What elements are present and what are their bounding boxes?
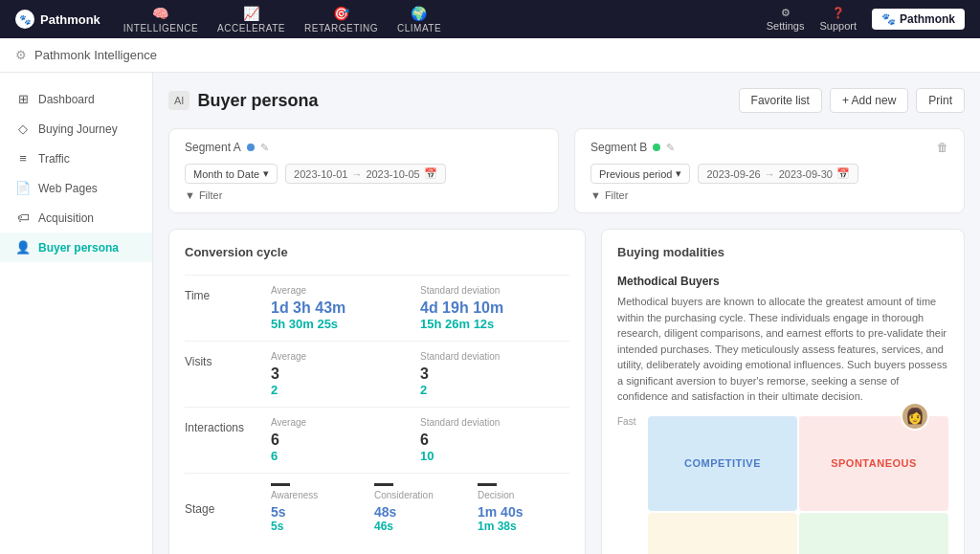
sidebar-item-dashboard[interactable]: ⊞ Dashboard [0,84,152,114]
methodical-quadrant: METHODICAL 👨 [648,513,797,555]
visits-row: Visits Average 3 2 Standard deviation 3 … [185,341,569,407]
sidebar-item-label: Buyer persona [38,241,119,255]
spontaneous-label: SPONTANEOUS [831,457,917,469]
time-label: Time [185,285,271,302]
time-std-col: Standard deviation 4d 19h 10m 15h 26m 12… [420,285,569,331]
support-nav-item[interactable]: ❓ Support [819,7,857,32]
consideration-primary: 48s [374,504,466,520]
visits-avg-primary: 3 [271,366,420,383]
segment-a-dot [247,144,255,151]
brand-button[interactable]: 🐾 Pathmonk [872,9,965,30]
segment-b-dot [653,144,660,151]
sidebar-item-label: Dashboard [38,93,95,106]
sidebar-item-buying-journey[interactable]: ◇ Buying Journey [0,114,152,144]
print-button[interactable]: Print [916,88,965,113]
visits-std-primary: 3 [420,366,569,383]
stage-cols: Awareness 5s 5s Consideration 48s 46s [271,483,569,533]
buying-modalities-title: Buying modalities [617,245,948,259]
favorite-list-button[interactable]: Favorite list [739,88,822,113]
modality-description: Methodical buyers are known to allocate … [617,294,948,405]
page-actions: Favorite list + Add new Print [739,88,965,113]
segment-a-edit-icon[interactable]: ✎ [260,142,269,154]
time-std-primary: 4d 19h 10m [420,299,569,317]
chevron-down-icon: ▾ [676,167,681,180]
segment-b-card: Segment B ✎ 🗑 Previous period ▾ 2023-09-… [574,128,965,213]
filter-icon: ▼ [185,189,195,201]
sidebar-item-buyer-persona[interactable]: 👤 Buyer persona [0,233,152,262]
add-new-button[interactable]: + Add new [830,88,908,113]
sidebar-item-label: Buying Journey [38,122,118,136]
visits-std-secondary: 2 [420,383,569,397]
stage-awareness-col: Awareness 5s 5s [271,483,363,533]
segment-a-date-range: 2023-10-01 → 2023-10-05 📅 [285,164,446,184]
interactions-std-secondary: 10 [420,449,569,463]
y-axis-fast-label: Fast [617,416,638,427]
sidebar-item-acquisition[interactable]: 🏷 Acquisition [0,203,152,233]
sub-header: ⚙ Pathmonk Intelligence [0,38,980,73]
conversion-cycle-card: Conversion cycle Time Average 1d 3h 43m … [168,229,586,554]
logo-icon: 🐾 [15,10,34,29]
decision-col-label: Decision [478,490,569,500]
time-row: Time Average 1d 3h 43m 5h 30m 25s Standa… [185,275,569,341]
segment-b-label: Segment B [590,141,647,154]
logo[interactable]: 🐾 Pathmonk [15,10,100,29]
interactions-row: Interactions Average 6 6 Standard deviat… [185,407,569,473]
web-pages-icon: 📄 [15,181,31,195]
quadrant-grid: COMPETITIVE SPONTANEOUS 👩 METHODICAL 👨 [648,416,948,555]
consideration-bar [374,483,393,486]
segment-b-edit-icon[interactable]: ✎ [666,142,675,154]
time-std-secondary: 15h 26m 12s [420,317,569,331]
nav-accelerate[interactable]: 📈 ACCELERATE [217,6,285,33]
sidebar-item-traffic[interactable]: ≡ Traffic [0,144,152,173]
spontaneous-quadrant: SPONTANEOUS 👩 [799,416,948,511]
stage-label: Stage [185,483,271,516]
settings-icon: ⚙ [781,7,791,19]
nav-right: ⚙ Settings ❓ Support 🐾 Pathmonk [767,7,965,32]
segment-a-date-preset[interactable]: Month to Date ▾ [185,164,278,184]
segment-b-delete-icon[interactable]: 🗑 [937,141,948,154]
main-content: AI Buyer persona Favorite list + Add new… [153,73,980,554]
segment-b-header: Segment B ✎ 🗑 [590,141,948,154]
segment-b-controls: Previous period ▾ 2023-09-26 → 2023-09-3… [590,164,948,184]
settings-nav-item[interactable]: ⚙ Settings [767,7,805,32]
nav-retargeting[interactable]: 🎯 RETARGETING [304,6,378,33]
accelerate-icon: 📈 [243,6,260,21]
stage-decision-col: Decision 1m 40s 1m 38s [478,483,569,533]
time-avg-col: Average 1d 3h 43m 5h 30m 25s [271,285,420,331]
segment-b-date-range: 2023-09-26 → 2023-09-30 📅 [698,164,858,184]
visits-label: Visits [185,351,271,368]
competitive-quadrant: COMPETITIVE [648,416,797,511]
page-title: Buyer persona [197,91,318,111]
visits-avg-col: Average 3 2 [271,351,420,397]
interactions-data: Average 6 6 Standard deviation 6 10 [271,417,569,463]
y-axis-labels: Fast Slow [617,416,638,555]
calendar-icon: 📅 [424,167,437,180]
visits-std-col: Standard deviation 3 2 [420,351,569,397]
segment-a-filter-button[interactable]: ▼ Filter [185,189,543,201]
nav-climate[interactable]: 🌍 CLIMATE [397,6,441,33]
sidebar-item-label: Traffic [38,152,70,166]
stage-row: Stage Awareness 5s 5s Consideration 48s [185,473,569,543]
competitive-label: COMPETITIVE [684,457,761,469]
buying-modalities-card: Buying modalities Methodical Buyers Meth… [601,229,965,554]
quadrant-container: Fast Slow COMPETITIVE SPONTANEOUS 👩 [617,416,948,555]
traffic-icon: ≡ [15,151,31,166]
climate-icon: 🌍 [411,6,428,21]
filter-icon: ▼ [590,189,601,201]
nav-intelligence[interactable]: 🧠 INTELLIGENCE [123,6,198,33]
sidebar-item-web-pages[interactable]: 📄 Web Pages [0,173,152,203]
segment-b-filter-button[interactable]: ▼ Filter [590,189,948,201]
interactions-std-col: Standard deviation 6 10 [420,417,569,463]
subheader-label: Pathmonk Intelligence [34,48,157,62]
buyer-persona-icon: 👤 [15,240,31,255]
humanistic-quadrant: HUMANISTIC [799,513,948,555]
dashboard-icon: ⊞ [15,92,31,106]
page-title-icon: AI [168,91,189,110]
page-title-wrap: AI Buyer persona [168,91,318,111]
segment-a-label: Segment A [185,141,241,154]
decision-bar [478,483,497,486]
brand-icon: 🐾 [881,12,896,26]
consideration-col-label: Consideration [374,490,466,500]
stage-consideration-col: Consideration 48s 46s [374,483,466,533]
segment-b-date-preset[interactable]: Previous period ▾ [590,164,690,184]
